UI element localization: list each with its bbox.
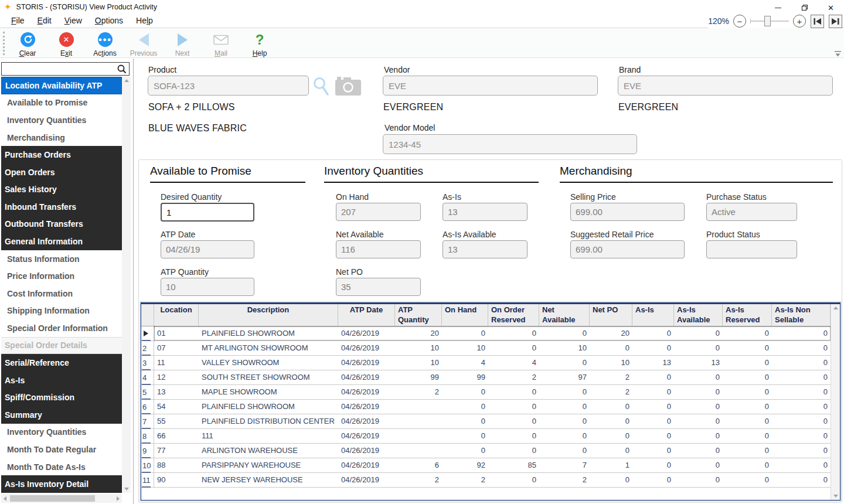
- zoom-slider[interactable]: [750, 15, 789, 27]
- sidebar-item[interactable]: Serial/Reference: [1, 354, 122, 372]
- exit-button[interactable]: ✕ Exit: [47, 28, 86, 57]
- column-header[interactable]: As-Is Reserved: [723, 304, 772, 326]
- scroll-down-icon: [833, 495, 838, 498]
- cell: VALLEY SHOWROOM: [199, 356, 338, 370]
- sidebar-item[interactable]: Status Information: [1, 250, 122, 268]
- column-header[interactable]: Net Available: [539, 304, 590, 326]
- product-camera-icon[interactable]: [335, 77, 362, 98]
- desired-quantity-input[interactable]: [161, 203, 254, 222]
- zoom-in-button[interactable]: +: [793, 15, 806, 28]
- table-row[interactable]: 311VALLEY SHOWROOM04/26/2019104401013130…: [141, 356, 831, 370]
- sidebar-vertical-scrollbar[interactable]: [122, 77, 131, 493]
- row-number: 2: [141, 341, 154, 355]
- cell: 0: [539, 326, 590, 340]
- sidebar-item[interactable]: As-Is: [1, 372, 122, 389]
- sidebar-item[interactable]: Merchandising: [1, 129, 122, 147]
- column-header[interactable]: Net PO: [590, 304, 632, 326]
- table-row[interactable]: 1190NEW JERSEY WAREHOUSE04/26/2019220200…: [141, 473, 831, 488]
- sidebar-item[interactable]: Spiff/Commission: [1, 389, 122, 406]
- sidebar-item[interactable]: Location Availability ATP: [1, 77, 122, 94]
- sidebar-item[interactable]: Inventory Quantities: [1, 111, 122, 129]
- menu-edit[interactable]: Edit: [31, 16, 58, 25]
- cell: 01: [154, 326, 199, 340]
- cell: 0: [488, 473, 539, 487]
- sidebar-item[interactable]: Price Information: [1, 267, 122, 285]
- sidebar-item[interactable]: Month To Date As-Is: [1, 458, 122, 476]
- cell: 0: [632, 458, 674, 472]
- cell: 0: [632, 370, 674, 384]
- mail-envelope-icon: [213, 35, 229, 45]
- as-is-label: As-Is: [443, 192, 461, 202]
- table-row[interactable]: 1088PARSIPPANY WAREHOUSE04/26/2019692857…: [141, 458, 831, 473]
- help-button[interactable]: ? Help: [240, 28, 279, 57]
- table-row[interactable]: 86611104/26/201900000000: [141, 429, 831, 444]
- column-header[interactable]: On Hand: [442, 304, 488, 326]
- first-record-button[interactable]: [811, 15, 824, 28]
- cell: PARSIPPANY WAREHOUSE: [199, 458, 338, 472]
- cell: 04/26/2019: [338, 385, 395, 399]
- sidebar-item[interactable]: As-Is Inventory Detail: [1, 475, 122, 493]
- sidebar-item[interactable]: Month To Date Regular: [1, 441, 122, 458]
- sidebar-item[interactable]: Summary: [1, 406, 122, 424]
- sidebar-item[interactable]: Shipping Information: [1, 302, 122, 320]
- toolbar-gripper[interactable]: [3, 32, 5, 55]
- zoom-slider-thumb[interactable]: [764, 16, 771, 26]
- sidebar-item[interactable]: Open Orders: [1, 164, 122, 181]
- table-row[interactable]: 654PLAINFIELD SHOWROOM04/26/201900000000: [141, 400, 831, 414]
- toolbar-overflow-button[interactable]: [835, 49, 841, 60]
- clear-button[interactable]: Clear: [8, 28, 47, 57]
- cell: 66: [154, 429, 199, 443]
- sidebar-item[interactable]: Cost Information: [1, 285, 122, 302]
- cell: 2: [590, 370, 632, 384]
- table-row[interactable]: 977ARLINGTON WAREHOUSE04/26/201900000000: [141, 444, 831, 458]
- zoom-out-button[interactable]: −: [733, 15, 746, 28]
- table-row[interactable]: 412SOUTH STREET SHOWROOM04/26/2019999929…: [141, 370, 831, 385]
- sidebar-item[interactable]: Inventory Quantities: [1, 424, 122, 441]
- desired-quantity-label: Desired Quantity: [161, 192, 222, 202]
- location-availability-grid: LocationDescriptionATP DateATP QuantityO…: [141, 302, 840, 500]
- column-header[interactable]: As-Is Non Sellable: [772, 304, 831, 326]
- titlebar: ✦ STORIS - (STORISU) View Product Activi…: [0, 0, 844, 13]
- sidebar-item[interactable]: Inbound Transfers: [1, 198, 122, 216]
- table-row[interactable]: 513MAPLE SHOWROOM04/26/2019200020000: [141, 385, 831, 400]
- table-row[interactable]: 755PLAINFIELD DISTRIBUTION CENTER04/26/2…: [141, 414, 831, 429]
- grid-vertical-scrollbar[interactable]: [831, 304, 840, 500]
- sidebar-search-input[interactable]: [2, 64, 117, 74]
- menu-file[interactable]: File: [5, 16, 31, 25]
- sidebar-item[interactable]: Special Order Information: [1, 319, 122, 337]
- on-hand-label: On Hand: [336, 192, 369, 202]
- vendor-model-label: Vendor Model: [384, 123, 435, 132]
- column-header[interactable]: Location: [154, 304, 199, 326]
- cell: 54: [154, 400, 199, 414]
- column-header[interactable]: As-Is: [632, 304, 674, 326]
- table-row[interactable]: 01PLAINFIELD SHOWROOM04/26/2019200002000…: [141, 326, 831, 341]
- actions-button[interactable]: ●●● Actions: [86, 28, 124, 57]
- sidebar-item[interactable]: General Information: [1, 233, 122, 250]
- column-header[interactable]: ATP Date: [338, 304, 395, 326]
- sidebar-horizontal-scrollbar[interactable]: [1, 494, 122, 503]
- column-header[interactable]: Description: [199, 304, 338, 326]
- sidebar-item[interactable]: Outbound Transfers: [1, 216, 122, 233]
- column-header[interactable]: On Order Reserved: [488, 304, 539, 326]
- column-header[interactable]: ATP Quantity: [395, 304, 442, 326]
- menu-view[interactable]: View: [58, 16, 89, 25]
- scrollbar-thumb[interactable]: [10, 495, 95, 502]
- cell: 0: [723, 385, 772, 399]
- restore-icon: [801, 4, 808, 11]
- cell: 0: [539, 385, 590, 399]
- next-button[interactable]: Next: [163, 28, 202, 57]
- sidebar-search-box[interactable]: [1, 62, 130, 76]
- sidebar-item[interactable]: Sales History: [1, 181, 122, 198]
- atp-date-field: 04/26/19: [161, 240, 254, 258]
- sidebar-item[interactable]: Purchase Orders: [1, 146, 122, 164]
- menu-help[interactable]: Help: [130, 16, 159, 25]
- cell: 4: [442, 356, 488, 370]
- menu-options[interactable]: Options: [89, 16, 130, 25]
- product-search-icon[interactable]: [312, 76, 330, 100]
- column-header[interactable]: As-Is Available: [674, 304, 723, 326]
- cell: 13: [632, 356, 674, 370]
- last-record-button[interactable]: [829, 15, 842, 28]
- table-row[interactable]: 207MT ARLINGTON SHOWROOM04/26/2019101001…: [141, 341, 831, 356]
- cell: 12: [154, 370, 199, 384]
- sidebar-item[interactable]: Available to Promise: [1, 94, 122, 112]
